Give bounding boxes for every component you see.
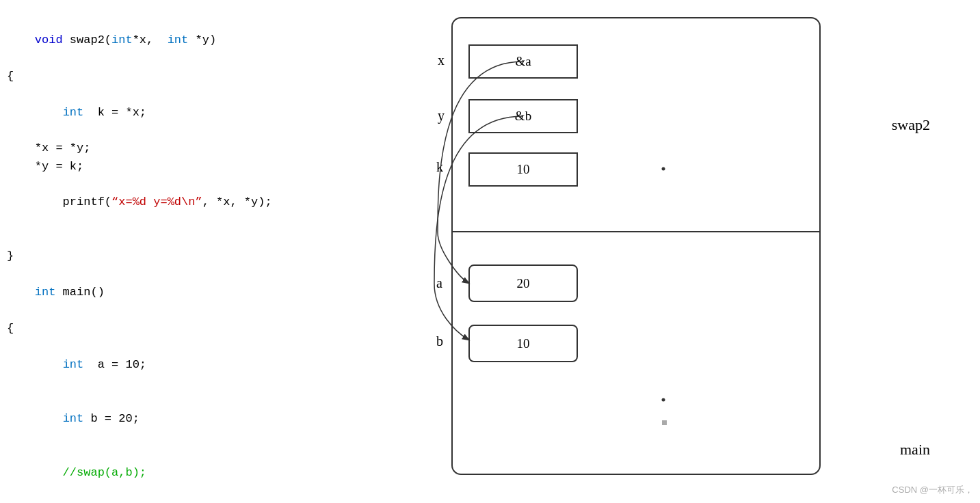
x-var-label: x [438, 53, 445, 68]
a-var-label: a [436, 275, 442, 291]
code-line-3: int k = *x; [7, 85, 376, 139]
code-line-13: //swap(a,b); [7, 446, 376, 500]
code-panel: void swap2(int*x, int *y) { int k = *x; … [0, 0, 383, 503]
y-memory-box: &b [468, 99, 578, 133]
code-line-1: void swap2(int*x, int *y) [7, 14, 376, 68]
k-memory-box: 10 [468, 152, 578, 187]
code-line-9: int main() [7, 266, 376, 320]
b-var-label: b [436, 334, 443, 349]
code-line-11: int a = 10; [7, 338, 376, 392]
b-memory-box: 10 [468, 325, 578, 362]
code-line-14: swap2(&a, &b); [7, 500, 376, 503]
swap2-label: swap2 [892, 116, 930, 134]
code-line-4: *x = *y; [7, 139, 376, 157]
section-divider [451, 231, 821, 232]
code-line-2: { [7, 68, 376, 85]
code-line-8: } [7, 247, 376, 265]
k-var-label: k [436, 159, 443, 175]
code-line-5: *y = k; [7, 158, 376, 176]
main-label: main [900, 441, 930, 459]
code-line-10: { [7, 320, 376, 338]
diagram-panel: swap2 main x &a y &b k 10 a 20 b 10 [397, 10, 930, 489]
x-memory-box: &a [468, 44, 578, 79]
code-line-6: printf(“x=%d y=%d\n”, *x, *y); [7, 176, 376, 230]
a-memory-box: 20 [468, 264, 578, 302]
memory-outer-box [451, 17, 821, 475]
watermark: CSDN @一杯可乐， [892, 484, 973, 496]
y-var-label: y [438, 108, 445, 124]
code-line-12: int b = 20; [7, 392, 376, 446]
code-line-7 [7, 230, 376, 247]
